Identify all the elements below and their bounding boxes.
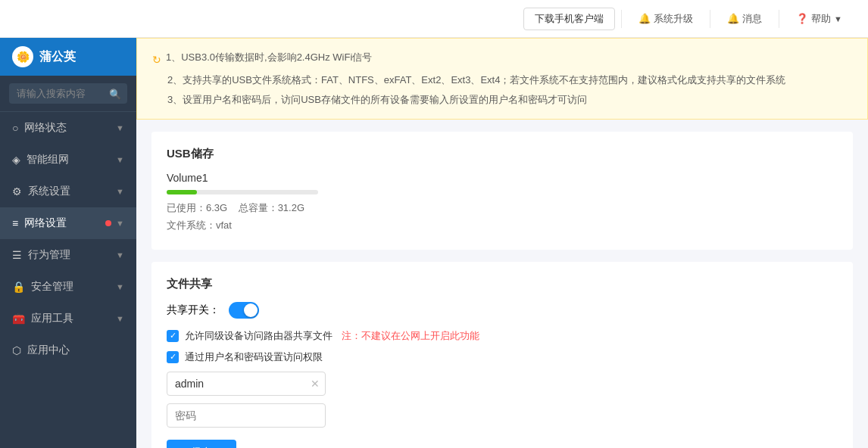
storage-progress-fill — [167, 190, 197, 194]
app-name: 蒲公英 — [39, 49, 76, 65]
chevron-icon: ▼ — [116, 155, 124, 164]
share-toggle-switch[interactable] — [229, 302, 259, 319]
upgrade-button[interactable]: 🔔 系统升级 — [628, 8, 704, 30]
sidebar-label-security-mgmt: 安全管理 — [31, 280, 73, 294]
volume-info: 已使用：6.3G 总容量：31.2G — [167, 199, 838, 216]
app-tools-icon: 🧰 — [12, 313, 25, 325]
password-access-row: ✓ 通过用户名和密码设置访问权限 — [167, 350, 838, 364]
app-center-icon: ⬡ — [12, 344, 21, 356]
password-input-wrap — [167, 403, 326, 428]
behavior-mgmt-icon: ☰ — [12, 249, 22, 261]
username-input[interactable] — [167, 372, 326, 396]
usb-storage-title: USB储存 — [167, 147, 838, 161]
sidebar-item-security-mgmt[interactable]: 🔒 安全管理 ▼ — [0, 271, 136, 303]
sidebar-label-app-tools: 应用工具 — [31, 312, 73, 325]
chevron-icon: ▼ — [116, 219, 124, 228]
notice-box: ↻ 1、USB3.0传输数据时,会影响2.4GHz WiFi信号 2、支持共享的… — [136, 38, 868, 120]
file-share-title: 文件共享 — [167, 277, 838, 291]
chevron-icon: ▼ — [116, 282, 124, 291]
password-access-checkbox[interactable]: ✓ — [167, 351, 179, 363]
network-config-icon: ≡ — [12, 217, 18, 229]
chevron-icon: ▼ — [116, 314, 124, 323]
notice-line-2: 2、支持共享的USB文件系统格式：FAT、NTFS、exFAT、Ext2、Ext… — [167, 70, 785, 90]
used-value: 6.3G — [206, 202, 227, 213]
volume-name: Volume1 — [167, 172, 838, 184]
username-input-wrap: ✕ — [167, 372, 326, 396]
toggle-knob — [244, 303, 258, 317]
share-toggle-row: 共享开关： — [167, 302, 838, 319]
content-area: ↻ 1、USB3.0传输数据时,会影响2.4GHz WiFi信号 2、支持共享的… — [136, 38, 868, 448]
sidebar-label-smart-network: 智能组网 — [27, 153, 69, 166]
topbar-divider-2 — [710, 10, 710, 28]
topbar-divider-3 — [779, 10, 779, 28]
sidebar-item-app-tools[interactable]: 🧰 应用工具 ▼ — [0, 303, 136, 334]
sidebar-item-behavior-mgmt[interactable]: ☰ 行为管理 ▼ — [0, 239, 136, 271]
password-input[interactable] — [167, 403, 326, 428]
search-icon: 🔍 — [109, 88, 121, 99]
sidebar-item-smart-network[interactable]: ◈ 智能组网 ▼ — [0, 144, 136, 176]
sidebar-logo: 🌼 蒲公英 — [0, 38, 136, 76]
sidebar-search-wrap: 🔍 — [0, 76, 136, 112]
sidebar-item-network-config[interactable]: ≡ 网络设置 ▼ — [0, 207, 136, 239]
bell-icon: 🔔 — [639, 13, 651, 24]
help-icon: ❓ — [796, 13, 808, 24]
chevron-icon: ▼ — [116, 123, 124, 132]
sidebar-item-app-center[interactable]: ⬡ 应用中心 — [0, 334, 136, 366]
network-status-icon: ○ — [12, 122, 18, 134]
smart-network-icon: ◈ — [12, 154, 20, 166]
help-button[interactable]: ❓ 帮助 ▼ — [785, 8, 853, 30]
allow-access-checkbox[interactable]: ✓ — [167, 330, 179, 342]
allow-access-row: ✓ 允许同级设备访问路由器共享文件 注：不建议在公网上开启此功能 — [167, 329, 838, 343]
sidebar-label-app-center: 应用中心 — [27, 344, 70, 357]
topbar: 下载手机客户端 🔔 系统升级 🔔 消息 ❓ 帮助 ▼ — [0, 0, 868, 38]
password-access-label: 通过用户名和密码设置访问权限 — [185, 350, 323, 364]
sidebar-label-system-settings: 系统设置 — [28, 185, 70, 198]
allow-access-warn: 注：不建议在公网上开启此功能 — [342, 329, 479, 343]
notice-line-3: 3、设置用户名和密码后，访问USB存储文件的所有设备需要输入所设置的用户名和密码… — [167, 90, 587, 110]
help-chevron-icon: ▼ — [834, 14, 842, 23]
share-toggle-label: 共享开关： — [167, 303, 220, 317]
total-label: 总容量： — [239, 202, 278, 213]
filesystem-info: 文件系统：vfat — [167, 216, 838, 234]
used-label: 已使用： — [167, 202, 206, 213]
clear-username-icon[interactable]: ✕ — [311, 378, 320, 390]
sidebar-item-system-settings[interactable]: ⚙ 系统设置 ▼ — [0, 176, 136, 207]
nav-dot-indicator — [105, 220, 111, 226]
sidebar-item-network-status[interactable]: ○ 网络状态 ▼ — [0, 112, 136, 144]
logo-icon: 🌼 — [12, 46, 33, 67]
security-mgmt-icon: 🔒 — [12, 281, 25, 293]
notice-row-1: ↻ 1、USB3.0传输数据时,会影响2.4GHz WiFi信号 — [152, 48, 852, 70]
message-button[interactable]: 🔔 消息 — [717, 8, 773, 30]
total-value: 31.2G — [278, 202, 304, 213]
notice-row-3: 3、设置用户名和密码后，访问USB存储文件的所有设备需要输入所设置的用户名和密码… — [152, 90, 852, 110]
upgrade-label: 系统升级 — [654, 12, 693, 26]
usb-storage-section: USB储存 Volume1 已使用：6.3G 总容量：31.2G 文件系统：vf… — [151, 132, 853, 250]
allow-access-label: 允许同级设备访问路由器共享文件 — [185, 329, 333, 343]
system-settings-icon: ⚙ — [12, 185, 22, 198]
help-label: 帮助 — [811, 12, 831, 26]
filesystem-value: vfat — [216, 219, 232, 231]
chevron-icon: ▼ — [116, 250, 124, 260]
message-label: 消息 — [742, 12, 762, 26]
storage-progress-bar — [167, 190, 318, 194]
file-share-section: 文件共享 共享开关： ✓ 允许同级设备访问路由器共享文件 注：不建议在公网上开启… — [151, 262, 853, 448]
refresh-icon: ↻ — [152, 49, 161, 70]
sidebar: 🌼 蒲公英 🔍 ○ 网络状态 ▼ ◈ 智能组网 ▼ ⚙ — [0, 38, 136, 448]
download-client-button[interactable]: 下载手机客户端 — [523, 8, 615, 30]
notice-line-1: 1、USB3.0传输数据时,会影响2.4GHz WiFi信号 — [166, 48, 372, 67]
notice-row-2: 2、支持共享的USB文件系统格式：FAT、NTFS、exFAT、Ext2、Ext… — [152, 70, 852, 90]
message-icon: 🔔 — [727, 13, 739, 24]
sidebar-label-behavior-mgmt: 行为管理 — [28, 248, 70, 262]
save-button[interactable]: 保存 — [167, 440, 236, 448]
filesystem-label: 文件系统： — [167, 219, 216, 231]
sidebar-label-network-status: 网络状态 — [24, 121, 67, 135]
sidebar-label-network-config: 网络设置 — [24, 216, 67, 230]
topbar-divider-1 — [621, 10, 622, 28]
chevron-icon: ▼ — [116, 187, 124, 196]
